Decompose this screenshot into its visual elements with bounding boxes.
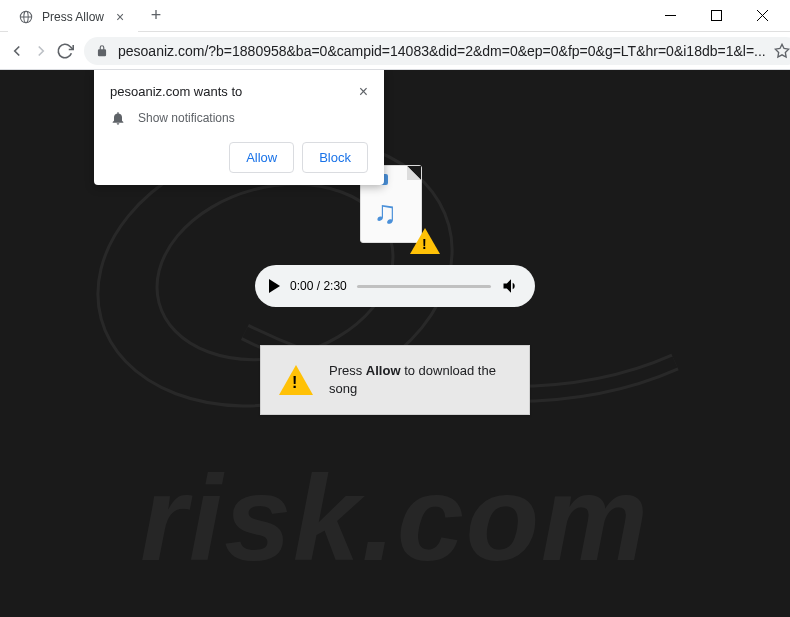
warning-icon (410, 228, 440, 254)
address-bar[interactable]: pesoaniz.com/?b=1880958&ba=0&campid=1408… (84, 37, 790, 65)
page-content: risk.com AUDIO ♫ 0:00 / 2:30 Press Allow… (0, 70, 790, 617)
minimize-button[interactable] (656, 2, 684, 30)
back-button[interactable] (8, 37, 26, 65)
permission-label: Show notifications (138, 111, 235, 125)
browser-toolbar: pesoaniz.com/?b=1880958&ba=0&campid=1408… (0, 32, 790, 70)
globe-icon (18, 9, 34, 25)
window-controls (656, 2, 782, 30)
volume-icon[interactable] (501, 276, 521, 296)
tab-title: Press Allow (42, 10, 104, 24)
browser-tab[interactable]: Press Allow × (8, 2, 138, 32)
instruction-message: Press Allow to download the song (260, 345, 530, 415)
progress-bar[interactable] (357, 285, 491, 288)
bell-icon (110, 110, 126, 126)
watermark-text: risk.com (140, 449, 650, 587)
prompt-origin: pesoaniz.com wants to (110, 84, 242, 99)
svg-rect-4 (711, 11, 721, 21)
bookmark-star-icon[interactable] (774, 43, 790, 59)
url-text: pesoaniz.com/?b=1880958&ba=0&campid=1408… (118, 43, 766, 59)
time-display: 0:00 / 2:30 (290, 279, 347, 293)
reload-button[interactable] (56, 37, 74, 65)
close-icon[interactable]: × (359, 84, 368, 100)
svg-marker-7 (775, 44, 788, 57)
new-tab-button[interactable]: + (142, 2, 170, 30)
play-button[interactable] (269, 279, 280, 293)
instruction-text: Press Allow to download the song (329, 362, 511, 398)
allow-button[interactable]: Allow (229, 142, 294, 173)
window-titlebar: Press Allow × + (0, 0, 790, 32)
close-window-button[interactable] (748, 2, 776, 30)
warning-icon (279, 365, 313, 395)
maximize-button[interactable] (702, 2, 730, 30)
tab-close-icon[interactable]: × (112, 9, 128, 25)
music-notes-icon: ♫ (373, 194, 397, 231)
block-button[interactable]: Block (302, 142, 368, 173)
forward-button[interactable] (32, 37, 50, 65)
audio-player: 0:00 / 2:30 (255, 265, 535, 307)
notification-permission-prompt: pesoaniz.com wants to × Show notificatio… (94, 70, 384, 185)
lock-icon (94, 43, 110, 59)
